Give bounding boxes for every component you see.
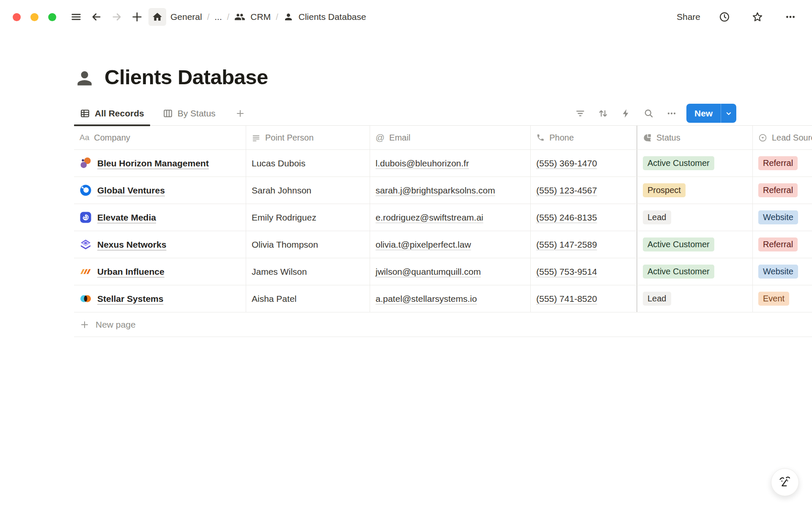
lead-source-cell[interactable]: Website (752, 258, 812, 285)
company-name[interactable]: Global Ventures (97, 185, 165, 196)
phone-cell[interactable]: (555) 246-8135 (530, 204, 636, 231)
table-row[interactable]: Stellar Systems Aisha Patel a.patel@stel… (74, 285, 812, 312)
status-badge[interactable]: Active Customer (643, 156, 714, 170)
lead-source-cell[interactable]: Event (752, 285, 812, 312)
point-person-cell[interactable]: Sarah Johnson (246, 177, 370, 204)
lead-source-cell[interactable]: Referral (752, 150, 812, 177)
table-row[interactable]: Global Ventures Sarah Johnson sarah.j@br… (74, 177, 812, 204)
phone-cell[interactable]: (555) 741-8520 (530, 285, 636, 312)
phone-cell[interactable]: (555) 147-2589 (530, 231, 636, 258)
email-link[interactable]: a.patel@stellarsystems.io (376, 294, 477, 304)
email-link[interactable]: sarah.j@brightsparksolns.com (376, 185, 495, 196)
phone-link[interactable]: (555) 147-2589 (536, 240, 597, 250)
table-row[interactable]: Urban Influence James Wilson jwilson@qua… (74, 258, 812, 285)
phone-link[interactable]: (555) 369-1470 (536, 158, 597, 168)
column-header-lead-source[interactable]: Lead Source (752, 126, 812, 149)
email-link[interactable]: l.dubois@bleuhorizon.fr (376, 158, 469, 168)
lead-source-cell[interactable]: Referral (752, 177, 812, 204)
new-tab-button[interactable] (128, 8, 146, 26)
status-badge[interactable]: Lead (643, 292, 671, 306)
column-header-email[interactable]: @ Email (370, 126, 530, 149)
email-cell[interactable]: e.rodriguez@swiftstream.ai (370, 204, 530, 231)
status-badge[interactable]: Active Customer (643, 265, 714, 279)
sort-button[interactable] (598, 108, 609, 119)
minimize-window-button[interactable] (30, 13, 38, 21)
lead-source-badge[interactable]: Referral (758, 156, 798, 170)
table-row[interactable]: Elevate Media Emily Rodriguez e.rodrigue… (74, 204, 812, 231)
column-header-phone[interactable]: Phone (530, 126, 636, 149)
status-cell[interactable]: Active Customer (636, 150, 752, 177)
lead-source-badge[interactable]: Referral (758, 237, 798, 251)
email-cell[interactable]: jwilson@quantumquill.com (370, 258, 530, 285)
lead-source-badge[interactable]: Referral (758, 183, 798, 197)
tab-all-records[interactable]: All Records (74, 102, 150, 125)
add-view-button[interactable] (233, 102, 248, 125)
new-record-button[interactable]: New (686, 104, 736, 123)
email-link[interactable]: e.rodriguez@swiftstream.ai (376, 213, 483, 223)
lead-source-badge[interactable]: Website (758, 265, 798, 279)
company-cell[interactable]: Stellar Systems (74, 285, 246, 312)
point-person-cell[interactable]: Aisha Patel (246, 285, 370, 312)
view-options-button[interactable] (666, 108, 677, 119)
email-cell[interactable]: olivia.t@pixelperfect.law (370, 231, 530, 258)
breadcrumb-root[interactable]: General (170, 12, 202, 22)
share-button[interactable]: Share (674, 10, 703, 24)
point-person-cell[interactable]: Lucas Dubois (246, 150, 370, 177)
phone-cell[interactable]: (555) 753-9514 (530, 258, 636, 285)
table-row[interactable]: Bleu Horizon Management Lucas Dubois l.d… (74, 150, 812, 177)
new-page-button[interactable]: New page (74, 312, 812, 337)
new-record-dropdown[interactable] (721, 104, 736, 123)
company-cell[interactable]: Elevate Media (74, 204, 246, 231)
tab-by-status[interactable]: By Status (157, 102, 222, 125)
column-header-company[interactable]: Aa Company (74, 126, 246, 149)
company-name[interactable]: Nexus Networks (97, 240, 166, 250)
email-cell[interactable]: sarah.j@brightsparksolns.com (370, 177, 530, 204)
status-cell[interactable]: Lead (636, 204, 752, 231)
zoom-window-button[interactable] (48, 13, 56, 21)
company-cell[interactable]: Nexus Networks (74, 231, 246, 258)
breadcrumb-team[interactable]: CRM (250, 12, 271, 22)
company-name[interactable]: Bleu Horizon Management (97, 158, 209, 168)
forward-button[interactable] (108, 8, 126, 26)
close-window-button[interactable] (13, 13, 21, 21)
status-cell[interactable]: Lead (636, 285, 752, 312)
company-cell[interactable]: Bleu Horizon Management (74, 150, 246, 177)
history-button[interactable] (716, 8, 733, 26)
status-cell[interactable]: Active Customer (636, 258, 752, 285)
column-header-status[interactable]: Status (636, 126, 752, 149)
breadcrumb-collapsed[interactable]: ... (214, 12, 222, 22)
email-cell[interactable]: a.patel@stellarsystems.io (370, 285, 530, 312)
table-row[interactable]: Nexus Networks Olivia Thompson olivia.t@… (74, 231, 812, 258)
email-link[interactable]: jwilson@quantumquill.com (376, 267, 481, 277)
lead-source-cell[interactable]: Referral (752, 231, 812, 258)
point-person-cell[interactable]: Emily Rodriguez (246, 204, 370, 231)
notion-ai-button[interactable] (771, 468, 799, 496)
status-cell[interactable]: Prospect (636, 177, 752, 204)
phone-cell[interactable]: (555) 123-4567 (530, 177, 636, 204)
status-badge[interactable]: Lead (643, 210, 671, 224)
email-cell[interactable]: l.dubois@bleuhorizon.fr (370, 150, 530, 177)
lead-source-cell[interactable]: Website (752, 204, 812, 231)
phone-link[interactable]: (555) 753-9514 (536, 267, 597, 277)
company-cell[interactable]: Urban Influence (74, 258, 246, 285)
home-button[interactable] (148, 8, 166, 26)
new-record-label[interactable]: New (686, 104, 721, 123)
sidebar-menu-button[interactable] (67, 8, 85, 26)
phone-link[interactable]: (555) 246-8135 (536, 213, 597, 223)
column-header-point-person[interactable]: Point Person (246, 126, 370, 149)
company-name[interactable]: Stellar Systems (97, 294, 163, 304)
more-options-button[interactable] (782, 8, 799, 26)
email-link[interactable]: olivia.t@pixelperfect.law (376, 240, 471, 250)
lead-source-badge[interactable]: Event (758, 292, 789, 306)
company-cell[interactable]: Global Ventures (74, 177, 246, 204)
phone-cell[interactable]: (555) 369-1470 (530, 150, 636, 177)
status-badge[interactable]: Active Customer (643, 237, 714, 251)
automation-button[interactable] (620, 108, 631, 119)
favorite-button[interactable] (749, 8, 766, 26)
point-person-cell[interactable]: Olivia Thompson (246, 231, 370, 258)
breadcrumb-page[interactable]: Clients Database (299, 12, 366, 22)
lead-source-badge[interactable]: Website (758, 210, 798, 224)
page-person-icon[interactable] (74, 68, 95, 89)
company-name[interactable]: Elevate Media (97, 213, 156, 223)
phone-link[interactable]: (555) 123-4567 (536, 185, 597, 196)
